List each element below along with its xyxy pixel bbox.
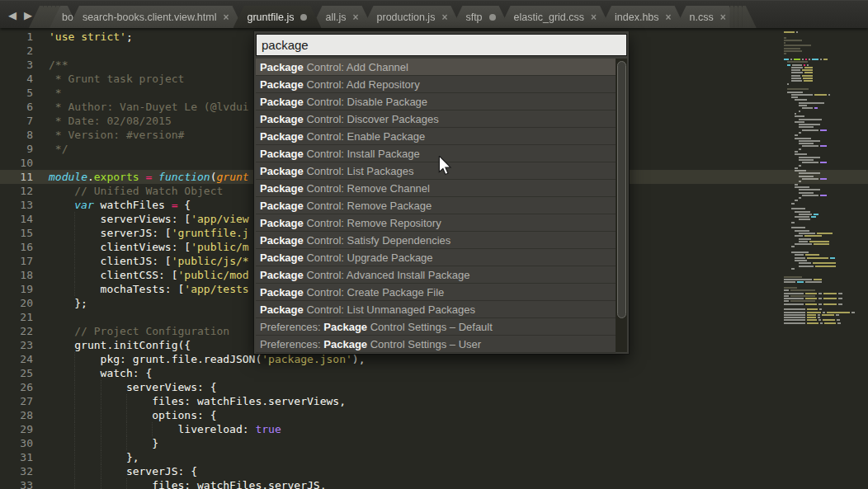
code-text[interactable]: clientViews: ['public/m [40,240,249,254]
minimap-line [787,83,868,85]
code-text[interactable] [40,310,49,324]
code-text[interactable]: */ [40,142,68,156]
tab-production.js[interactable]: production.js× [363,6,462,28]
palette-scrollbar-thumb[interactable] [617,61,626,318]
code-line[interactable]: 28 options: { [0,408,868,422]
tab-sftp[interactable]: sftp [451,6,509,28]
command-palette-input[interactable] [256,34,627,56]
code-text[interactable]: serverViews: { [40,380,216,394]
minimap-line [784,312,868,313]
palette-item-text: Preferences: [260,338,323,350]
code-line[interactable]: 30 } [0,436,868,450]
code-text[interactable]: var watchFiles = { [40,198,191,212]
code-text[interactable]: module.exports = function(grunt [40,170,249,184]
code-text[interactable]: pkg: grunt.file.readJSON('package.json')… [40,352,366,366]
code-text[interactable]: * Version: #version# [40,128,184,142]
code-text[interactable]: livereload: true [40,422,281,436]
tab-close-icon[interactable]: × [223,12,229,23]
palette-item[interactable]: Package Control: Advanced Install Packag… [256,266,616,284]
minimap[interactable] [781,31,868,489]
code-line[interactable]: 24 pkg: grunt.file.readJSON('package.jso… [0,352,868,366]
tab-index.hbs[interactable]: index.hbs× [601,6,686,28]
code-line[interactable]: 32 serverJS: { [0,464,868,478]
palette-item[interactable]: Package Control: Add Channel [256,59,616,76]
minimap-line [799,192,868,194]
forward-icon[interactable]: ▶ [24,10,32,21]
minimap-line [791,252,868,253]
code-text[interactable] [40,156,49,170]
code-text[interactable]: }; [40,296,87,310]
code-text[interactable]: files: watchFiles.serverJS, [40,478,327,489]
code-text[interactable]: options: { [40,408,216,422]
tab-all.js[interactable]: all.js× [311,6,372,28]
code-text[interactable]: 'use strict'; [40,30,133,44]
code-text[interactable]: clientCSS: ['public/mod [40,268,249,282]
minimap-line [799,102,868,104]
minimap-line [787,88,868,90]
minimap-line [799,262,868,264]
code-text[interactable] [40,44,49,58]
minimap-line [791,96,868,98]
tab-close-icon[interactable]: × [353,12,359,23]
code-text[interactable]: clientJS: ['public/js/* [40,254,249,268]
tab-label: all.js [325,12,346,23]
palette-item[interactable]: Package Control: Remove Channel [256,180,616,197]
code-line[interactable]: 29 livereload: true [0,422,868,436]
code-line[interactable]: 31 }, [0,450,868,464]
code-text[interactable]: /** [40,58,68,72]
code-text[interactable]: * Date: 02/08/2015 [40,114,172,128]
palette-scrollbar-track[interactable] [616,59,627,352]
code-text[interactable]: }, [40,450,139,464]
palette-item[interactable]: Package Control: Upgrade Package [256,249,616,266]
back-icon[interactable]: ◀ [8,10,17,21]
palette-item[interactable]: Preferences: Package Control Settings – … [256,318,616,336]
code-text[interactable]: mochaTests: ['app/tests [40,282,249,296]
code-text[interactable]: serverJS: ['gruntfile.j [40,226,249,240]
tab-search-books.client.view.html[interactable]: search-books.client.view.html× [68,6,243,28]
palette-item[interactable]: Package Control: Create Package File [256,284,616,301]
minimap-line [799,105,868,106]
code-text[interactable]: serverViews: ['app/view [40,212,249,226]
code-text[interactable]: // Unified Watch Object [40,184,223,198]
code-text[interactable]: } [40,436,158,450]
palette-item[interactable]: Package Control: Add Repository [256,76,616,93]
tab-elastic_grid.css[interactable]: elastic_grid.css× [500,6,611,28]
code-text[interactable]: serverJS: { [40,464,197,478]
tab-close-icon[interactable]: × [720,12,726,23]
palette-item[interactable]: Package Control: Discover Packages [256,110,616,128]
code-text[interactable]: * Grunt task project [40,72,184,86]
minimap-line [799,126,868,128]
palette-item[interactable]: Preferences: Package Control Settings – … [256,336,616,353]
code-text[interactable]: * [40,86,62,100]
line-number: 25 [0,366,40,380]
command-palette: Package Control: Add ChannelPackage Cont… [254,31,629,354]
tab-gruntfile.js[interactable]: gruntfile.js [234,6,322,28]
palette-item[interactable]: Package Control: Disable Package [256,93,616,110]
tab-close-icon[interactable]: × [591,12,597,23]
palette-item-text: Preferences: [260,321,323,333]
code-line[interactable]: 33 files: watchFiles.serverJS, [0,478,868,489]
minimap-line [795,186,868,188]
palette-item[interactable]: Package Control: Install Package [256,145,616,162]
code-text[interactable]: files: watchFiles.serverViews, [40,394,346,408]
palette-item[interactable]: Package Control: Satisfy Dependencies [256,232,616,249]
palette-item[interactable]: Package Control: List Unmanaged Packages [256,301,616,318]
code-line[interactable]: 27 files: watchFiles.serverViews, [0,394,868,408]
palette-item[interactable]: Package Control: Enable Package [256,128,616,145]
tab-close-icon[interactable]: × [441,12,447,23]
palette-item[interactable]: Package Control: Remove Package [256,197,616,214]
minimap-line [799,266,868,267]
palette-item[interactable]: Package Control: Remove Repository [256,214,616,232]
tab-close-icon[interactable]: × [666,12,672,23]
line-number: 10 [0,156,40,170]
code-text[interactable]: // Project Configuration [40,324,229,338]
tab-stack-right[interactable] [740,0,757,28]
palette-item-text: Package [260,182,304,195]
palette-item[interactable]: Package Control: List Packages [256,162,616,180]
code-line[interactable]: 25 watch: { [0,366,868,380]
code-text[interactable]: grunt.initConfig({ [40,338,191,352]
minimap-line [781,273,868,275]
code-line[interactable]: 26 serverViews: { [0,380,868,394]
code-text[interactable]: * Author: Van-Duyet Le (@lvdui [40,100,249,114]
code-text[interactable]: watch: { [40,366,152,380]
